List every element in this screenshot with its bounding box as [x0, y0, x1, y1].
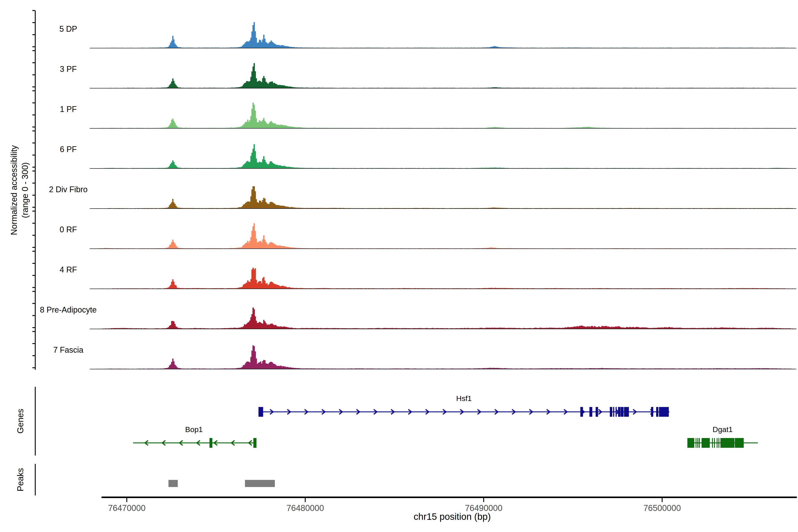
coverage-signal-8-pre-adipocyte	[97, 308, 796, 329]
axis-tick	[32, 87, 35, 87]
axis-tick	[32, 235, 35, 236]
axis-tick	[32, 303, 35, 304]
x-axis-tick	[662, 498, 663, 502]
axis-tick	[32, 50, 35, 51]
axis-tick	[32, 34, 35, 35]
axis-tick	[32, 171, 35, 172]
axis-tick	[32, 142, 35, 144]
exon-block	[718, 438, 719, 448]
coverage-signal-7-fascia	[97, 346, 796, 369]
exon-block	[613, 407, 614, 417]
exon-block	[697, 438, 698, 448]
peaks-section-label: Peaks	[16, 468, 25, 491]
axis-tick	[32, 127, 35, 128]
coverage-track-1-pf: 1 PF	[60, 103, 796, 128]
exon-block	[615, 407, 617, 417]
x-tick-label: 76480000	[286, 504, 324, 513]
exon-block	[596, 407, 598, 417]
coverage-signal-1-pf	[97, 103, 796, 128]
axis-tick	[32, 355, 35, 356]
coverage-signal-3-pf	[97, 63, 796, 88]
gene-bop1: Bop1	[133, 425, 256, 448]
exon-block	[687, 438, 694, 448]
axis-tick	[32, 22, 35, 23]
axis-tick	[32, 211, 35, 212]
axis-tick	[32, 91, 35, 91]
exon-block	[621, 407, 624, 417]
accessibility-axis	[32, 10, 36, 370]
exon-block	[580, 407, 583, 417]
exon-block	[624, 407, 629, 417]
gene-name-bop1: Bop1	[185, 425, 203, 434]
coverage-track-2-div-fibro: 2 Div Fibro	[49, 185, 796, 209]
y-axis-label-line1: Normalized accessibility	[9, 145, 19, 235]
x-tick-label: 76470000	[108, 504, 146, 513]
coverage-track-8-pre-adipocyte: 8 Pre-Adipocyte	[40, 305, 796, 329]
peak-interval	[169, 480, 178, 487]
coverage-tracks: 5 DP3 PF1 PF6 PF2 Div Fibro0 RF4 RF8 Pre…	[40, 22, 796, 369]
axis-tick	[32, 367, 35, 368]
exon-block	[610, 407, 612, 417]
axis-tick	[32, 251, 35, 252]
axis-tick	[32, 62, 35, 63]
exon-block	[589, 407, 592, 417]
track-label-1-pf: 1 PF	[60, 104, 77, 114]
exon-block	[714, 438, 715, 448]
x-axis-tick	[483, 498, 484, 502]
genes-sidebar-line	[35, 387, 36, 456]
axis-tick	[32, 115, 35, 115]
coverage-track-0-rf: 0 RF	[60, 224, 796, 249]
track-label-5-dp: 5 DP	[59, 24, 77, 34]
genes-section-label: Genes	[16, 409, 25, 434]
gene-name-dgat1: Dgat1	[712, 425, 733, 434]
exon-block	[659, 407, 669, 417]
exon-block	[720, 438, 734, 448]
peaks-sidebar-line	[35, 464, 36, 495]
axis-tick	[32, 343, 35, 344]
coverage-track-6-pf: 6 PF	[60, 144, 796, 169]
exon-block	[717, 438, 718, 448]
track-label-2-div-fibro: 2 Div Fibro	[49, 185, 88, 194]
axis-tick	[32, 315, 35, 316]
axis-tick	[32, 167, 35, 168]
axis-tick	[32, 263, 35, 264]
axis-tick	[32, 155, 35, 156]
exon-block	[651, 407, 653, 417]
exon-block	[209, 438, 212, 448]
coverage-signal-6-pf	[97, 144, 796, 169]
x-axis-title: chr15 position (bp)	[414, 511, 491, 522]
axis-tick	[32, 275, 35, 276]
exon-block	[735, 438, 744, 448]
axis-tick	[32, 247, 35, 248]
axis-tick	[32, 223, 35, 224]
exon-block	[699, 438, 700, 448]
exon-block	[712, 438, 713, 448]
axis-tick	[32, 75, 35, 75]
gene-dgat1: Dgat1	[687, 425, 758, 448]
x-axis-line	[101, 496, 797, 498]
axis-tick	[32, 102, 35, 103]
exon-block	[702, 438, 710, 448]
coverage-signal-0-rf	[97, 224, 796, 249]
exon-block	[259, 407, 263, 417]
coverage-track-7-fascia: 7 Fascia	[53, 345, 796, 369]
genome-coverage-figure: Normalized accessibility (range 0 - 300)…	[0, 0, 798, 532]
x-axis-tick	[126, 498, 127, 502]
axis-tick	[32, 46, 35, 47]
axis-tick	[32, 131, 35, 131]
track-label-6-pf: 6 PF	[60, 145, 77, 154]
axis-tick	[32, 331, 35, 332]
exon-block	[696, 438, 697, 448]
peak-interval	[245, 480, 275, 487]
track-label-4-rf: 4 RF	[60, 265, 77, 274]
x-axis: 76470000764800007649000076500000	[101, 496, 797, 513]
x-axis-tick	[305, 498, 306, 502]
coverage-signal-2-div-fibro	[97, 186, 796, 209]
coverage-track-3-pf: 3 PF	[60, 63, 796, 88]
axis-tick	[32, 183, 35, 184]
exon-block	[656, 407, 658, 417]
called-peaks	[169, 480, 275, 487]
gene-name-hsf1: Hsf1	[456, 394, 472, 402]
axis-tick	[32, 207, 35, 208]
coverage-plot-canvas: Normalized accessibility (range 0 - 300)…	[0, 0, 798, 532]
